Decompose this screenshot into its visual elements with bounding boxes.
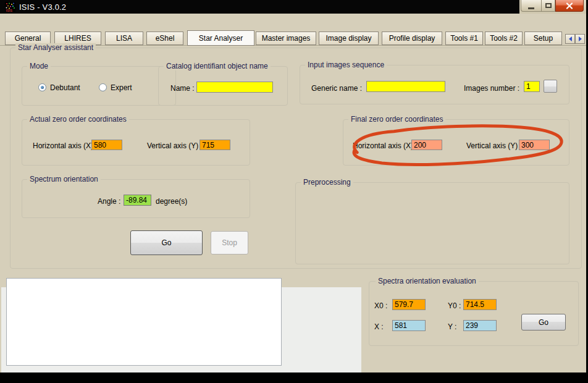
minimize-icon: [528, 7, 534, 9]
final-y-input[interactable]: 300: [519, 140, 550, 150]
tab-image-display[interactable]: Image display: [319, 32, 379, 45]
group-input-images-sequence: Input images sequence Generic name : Ima…: [300, 65, 569, 104]
actual-x-input[interactable]: 580: [91, 140, 122, 150]
maximize-button[interactable]: [542, 0, 555, 12]
close-icon: [566, 2, 573, 9]
group-title: Star Analyser assistant: [15, 43, 96, 52]
go-button[interactable]: Go: [130, 230, 203, 255]
tab-eshel[interactable]: eShel: [146, 32, 183, 45]
images-number-browse-button[interactable]: [544, 80, 557, 93]
x0-label: X0 :: [374, 301, 387, 310]
group-title: Actual zero order coordinates: [27, 115, 129, 124]
generic-name-input[interactable]: [366, 81, 445, 92]
x-label: X :: [374, 322, 384, 331]
group-title: Final zero order coordinates: [348, 115, 445, 124]
window-title: ISIS - V3.0.2: [19, 2, 66, 12]
tab-profile-display[interactable]: Profile display: [382, 32, 442, 45]
object-name-input[interactable]: [196, 82, 273, 93]
group-title: Mode: [27, 62, 51, 70]
x-input[interactable]: 581: [392, 320, 426, 331]
group-spectra-orientation-evaluation: Spectra orientation evaluation X0 : 579.…: [369, 281, 579, 346]
spectra-go-button[interactable]: Go: [521, 314, 566, 330]
app-icon: ISIS: [5, 2, 15, 12]
images-number-input[interactable]: 1: [524, 81, 540, 92]
radio-debutant-label: Debutant: [50, 83, 80, 92]
desktop-band: [0, 372, 588, 383]
final-x-input[interactable]: 200: [411, 140, 442, 150]
maximize-icon: [545, 3, 552, 8]
minimize-button[interactable]: [521, 0, 542, 12]
radio-expert-label: Expert: [111, 83, 132, 92]
tab-scroll-right-button[interactable]: [575, 34, 585, 44]
tab-star-analyser[interactable]: Star Analyser: [187, 30, 254, 46]
tab-tools-1[interactable]: Tools #1: [445, 32, 483, 45]
group-spectrum-orientation: Spectrum orientation Angle : -89.84 degr…: [22, 179, 250, 218]
horizontal-axis-label: Horizontal axis (X) :: [33, 141, 98, 150]
actual-y-input[interactable]: 715: [200, 140, 230, 150]
vertical-axis-label: Vertical axis (Y) :: [466, 141, 522, 150]
stop-button[interactable]: Stop: [211, 231, 248, 255]
log-textarea[interactable]: [6, 278, 282, 366]
name-label: Name :: [170, 84, 195, 93]
tab-scroll-left-button[interactable]: [565, 34, 575, 44]
titlebar: ISIS ISIS - V3.0.2: [0, 0, 586, 14]
y0-label: Y0 :: [448, 301, 461, 310]
radio-expert[interactable]: [99, 83, 107, 91]
angle-unit-label: degree(s): [156, 197, 187, 206]
tab-master-images[interactable]: Master images: [256, 32, 316, 45]
images-number-label: Images number :: [464, 84, 519, 93]
tab-tools-2[interactable]: Tools #2: [485, 32, 523, 45]
group-actual-zero-order: Actual zero order coordinates Horizontal…: [22, 119, 250, 166]
horizontal-axis-label: Horizontal axis (X) :: [353, 141, 418, 150]
y0-input[interactable]: 714.5: [463, 299, 497, 310]
x0-input[interactable]: 579.7: [392, 299, 426, 310]
tab-setup[interactable]: Setup: [524, 32, 562, 45]
chevron-left-icon: [569, 36, 572, 41]
app-window: ISIS ISIS - V3.0.2 General LHIRES LISA e…: [0, 0, 588, 383]
group-mode: Mode Debutant Expert: [22, 66, 176, 106]
group-final-zero-order: Final zero order coordinates Horizontal …: [343, 119, 569, 166]
group-title: Spectra orientation evaluation: [376, 277, 479, 285]
group-title: Preprocessing: [301, 178, 353, 187]
y-label: Y :: [448, 322, 456, 331]
radio-debutant[interactable]: [38, 83, 46, 91]
angle-input[interactable]: -89.84: [124, 195, 151, 206]
generic-name-label: Generic name :: [311, 84, 362, 93]
group-preprocessing: Preprocessing: [295, 182, 569, 264]
angle-label: Angle :: [98, 197, 120, 206]
group-title: Spectrum orientation: [27, 175, 101, 183]
group-title: Input images sequence: [305, 61, 387, 69]
group-catalog-name: Catalog identifiant object name Name :: [158, 66, 288, 106]
vertical-axis-label: Vertical axis (Y) :: [147, 141, 203, 150]
group-title: Catalog identifiant object name: [164, 62, 271, 70]
chevron-right-icon: [579, 36, 582, 41]
y-input[interactable]: 239: [463, 320, 497, 331]
window-body: General LHIRES LISA eShel Star Analyser …: [0, 14, 586, 372]
close-button[interactable]: [555, 0, 584, 12]
tab-lisa[interactable]: LISA: [105, 32, 143, 45]
svg-text:ISIS: ISIS: [6, 9, 13, 12]
